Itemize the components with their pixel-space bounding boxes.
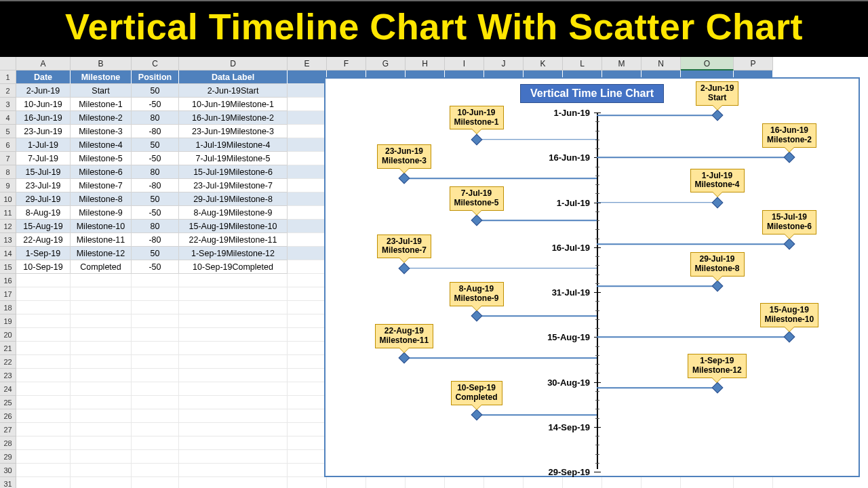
row-number[interactable]: 21 xyxy=(0,342,16,355)
cell[interactable] xyxy=(132,409,179,423)
cell[interactable] xyxy=(132,450,179,464)
row-number[interactable]: 15 xyxy=(0,260,16,274)
cell[interactable] xyxy=(179,314,288,328)
cell[interactable] xyxy=(288,98,327,111)
cell[interactable] xyxy=(288,409,327,423)
cell[interactable] xyxy=(288,342,327,355)
empty-row[interactable]: 31 xyxy=(0,477,868,488)
cell[interactable]: Milestone-2 xyxy=(71,111,132,125)
cell[interactable] xyxy=(16,287,71,301)
cell[interactable] xyxy=(179,274,288,287)
chart-container[interactable]: Vertical Time Line Chart 1-Jun-1916-Jun-… xyxy=(324,77,860,477)
row-number[interactable]: 8 xyxy=(0,165,16,179)
cell[interactable] xyxy=(288,84,327,98)
cell[interactable] xyxy=(734,477,773,488)
cell[interactable] xyxy=(681,477,734,488)
cell[interactable]: 8-Aug-19Milestone-9 xyxy=(179,206,288,220)
cell[interactable]: 2-Jun-19Start xyxy=(179,84,288,98)
cell[interactable]: 50 xyxy=(132,192,179,206)
cell[interactable]: Milestone-1 xyxy=(71,98,132,111)
data-label-callout[interactable]: 29-Jul-19Milestone-8 xyxy=(690,252,745,277)
cell[interactable] xyxy=(71,301,132,314)
cell[interactable]: -50 xyxy=(132,98,179,111)
cell[interactable] xyxy=(288,70,327,84)
cell[interactable] xyxy=(16,423,71,436)
column-header[interactable]: H xyxy=(406,57,445,70)
cell[interactable]: -80 xyxy=(132,233,179,247)
cell[interactable] xyxy=(288,382,327,396)
cell[interactable]: 7-Jul-19Milestone-5 xyxy=(179,152,288,165)
cell[interactable] xyxy=(288,464,327,477)
cell[interactable]: -50 xyxy=(132,206,179,220)
cell[interactable] xyxy=(16,477,71,488)
cell[interactable]: 10-Jun-19Milestone-1 xyxy=(179,98,288,111)
row-number[interactable]: 1 xyxy=(0,70,16,84)
cell[interactable] xyxy=(288,436,327,450)
column-header[interactable]: D xyxy=(179,57,288,70)
cell[interactable] xyxy=(132,328,179,342)
row-number[interactable]: 9 xyxy=(0,179,16,192)
cell[interactable] xyxy=(179,436,288,450)
column-header[interactable]: I xyxy=(445,57,484,70)
cell[interactable] xyxy=(132,274,179,287)
row-number[interactable]: 25 xyxy=(0,396,16,409)
cell[interactable] xyxy=(132,355,179,369)
column-header[interactable]: C xyxy=(132,57,179,70)
cell[interactable]: 22-Aug-19 xyxy=(16,233,71,247)
cell[interactable] xyxy=(16,369,71,382)
cell[interactable] xyxy=(16,382,71,396)
cell[interactable] xyxy=(179,287,288,301)
cell[interactable]: 10-Sep-19 xyxy=(16,260,71,274)
cell[interactable] xyxy=(288,220,327,233)
cell[interactable]: Completed xyxy=(71,260,132,274)
cell[interactable] xyxy=(288,314,327,328)
cell[interactable] xyxy=(179,342,288,355)
cell[interactable] xyxy=(132,314,179,328)
cell[interactable] xyxy=(16,301,71,314)
cell[interactable] xyxy=(71,396,132,409)
cell[interactable] xyxy=(288,125,327,138)
cell[interactable]: Milestone-7 xyxy=(71,179,132,192)
data-label-callout[interactable]: 8-Aug-19Milestone-9 xyxy=(450,282,504,306)
data-label-callout[interactable]: 15-Jul-19Milestone-6 xyxy=(762,210,816,235)
cell[interactable] xyxy=(327,477,366,488)
cell[interactable] xyxy=(288,355,327,369)
data-label-callout[interactable]: 16-Jun-19Milestone-2 xyxy=(762,123,816,148)
cell[interactable]: 10-Jun-19 xyxy=(16,98,71,111)
cell[interactable]: 22-Aug-19Milestone-11 xyxy=(179,233,288,247)
cell[interactable] xyxy=(524,477,563,488)
cell[interactable]: 23-Jul-19Milestone-7 xyxy=(179,179,288,192)
cell[interactable]: 16-Jun-19 xyxy=(16,111,71,125)
row-number[interactable]: 24 xyxy=(0,382,16,396)
cell[interactable] xyxy=(16,314,71,328)
cell[interactable]: Milestone-11 xyxy=(71,233,132,247)
row-number[interactable]: 16 xyxy=(0,274,16,287)
cell[interactable] xyxy=(179,396,288,409)
cell[interactable] xyxy=(71,342,132,355)
cell[interactable] xyxy=(71,287,132,301)
cell[interactable] xyxy=(132,423,179,436)
cell[interactable] xyxy=(288,423,327,436)
cell[interactable]: 29-Jul-19 xyxy=(16,192,71,206)
cell[interactable]: 1-Sep-19 xyxy=(16,247,71,260)
cell[interactable]: 23-Jun-19Milestone-3 xyxy=(179,125,288,138)
column-header[interactable]: B xyxy=(71,57,132,70)
cell[interactable] xyxy=(288,233,327,247)
cell[interactable]: 8-Aug-19 xyxy=(16,206,71,220)
column-header[interactable]: F xyxy=(327,57,366,70)
cell[interactable] xyxy=(179,423,288,436)
cell[interactable]: 50 xyxy=(132,84,179,98)
cell[interactable] xyxy=(71,355,132,369)
cell[interactable] xyxy=(288,328,327,342)
cell[interactable] xyxy=(132,301,179,314)
cell[interactable] xyxy=(132,396,179,409)
row-number[interactable]: 29 xyxy=(0,450,16,464)
cell[interactable]: 50 xyxy=(132,247,179,260)
cell[interactable] xyxy=(179,477,288,488)
data-label-callout[interactable]: 2-Jun-19Start xyxy=(696,81,738,106)
cell[interactable]: Milestone-5 xyxy=(71,152,132,165)
cell[interactable]: 10-Sep-19Completed xyxy=(179,260,288,274)
column-header[interactable]: G xyxy=(366,57,406,70)
cell[interactable]: Milestone-8 xyxy=(71,192,132,206)
cell[interactable]: 15-Jul-19 xyxy=(16,165,71,179)
